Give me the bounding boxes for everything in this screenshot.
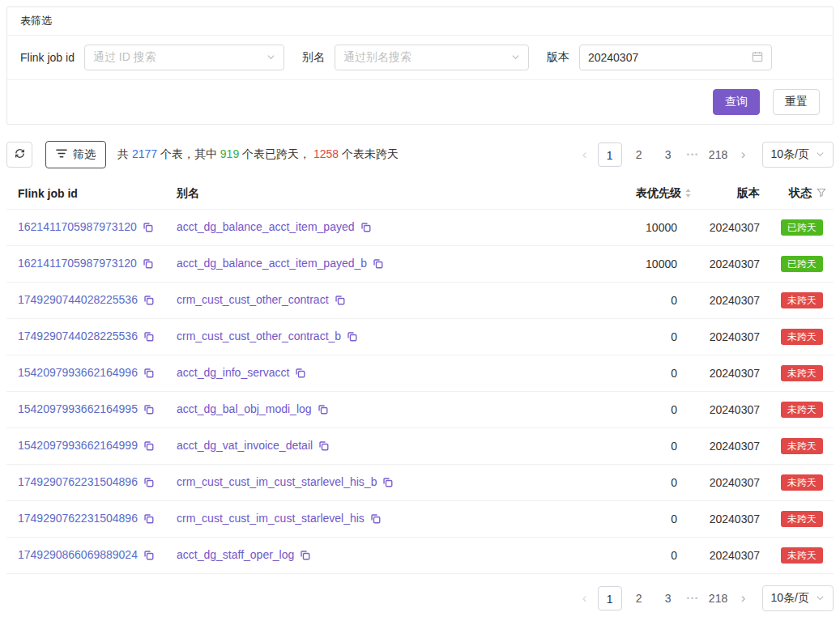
flink-job-id-link[interactable]: 1542097993662164995 <box>18 402 138 415</box>
copy-icon[interactable] <box>295 368 305 381</box>
filter-group-alias: 别名 通过别名搜索 <box>302 45 529 70</box>
flink-job-id-link[interactable]: 1542097993662164996 <box>18 366 138 379</box>
page-button-last[interactable]: 218 <box>706 586 731 610</box>
copy-icon[interactable] <box>143 513 154 526</box>
flink-job-id-link[interactable]: 1749290762231504896 <box>18 475 138 488</box>
status-badge: 已跨天 <box>781 219 823 236</box>
status-badge: 未跨天 <box>781 292 823 308</box>
page-button-3[interactable]: 3 <box>656 586 680 610</box>
copy-icon[interactable] <box>335 295 345 308</box>
header-flink-job-id: Flink job id <box>6 178 165 210</box>
table-toolbar: 筛选 共 2177 个表，其中 919 个表已跨天， 1258 个表未跨天 ‹ … <box>6 141 834 168</box>
table-header-row: Flink job id 别名 表优先级 版本 状态 <box>6 178 834 210</box>
flink-job-id-link[interactable]: 1621411705987973120 <box>18 220 137 233</box>
alias-link[interactable]: crm_cust_cust_other_contract <box>177 293 329 306</box>
table-body: 1621411705987973120 acct_dg_balance_acct… <box>6 210 834 574</box>
alias-select[interactable]: 通过别名搜索 <box>335 45 529 70</box>
header-alias: 别名 <box>165 178 509 210</box>
page-button-2[interactable]: 2 <box>627 586 651 610</box>
flink-job-id-link[interactable]: 1749290744028225536 <box>18 330 138 342</box>
flink-job-id-link[interactable]: 1621411705987973120 <box>18 257 137 270</box>
query-button[interactable]: 查询 <box>713 89 760 115</box>
copy-icon[interactable] <box>360 222 371 235</box>
copy-icon[interactable] <box>373 258 383 271</box>
flink-job-id-link[interactable]: 1749290744028225536 <box>18 293 138 306</box>
page-ellipsis[interactable]: ••• <box>683 151 704 159</box>
copy-icon[interactable] <box>318 404 328 417</box>
status-badge: 未跨天 <box>781 511 823 527</box>
copy-icon[interactable] <box>318 440 329 453</box>
version-value: 20240307 <box>692 428 760 465</box>
header-priority[interactable]: 表优先级 <box>509 178 692 210</box>
version-label: 版本 <box>547 50 569 65</box>
flink-job-id-link[interactable]: 1542097993662164999 <box>18 439 138 452</box>
page-size-value: 10条/页 <box>771 147 809 162</box>
status-badge: 未跨天 <box>781 547 823 564</box>
priority-value: 10000 <box>509 210 692 246</box>
page-button-2[interactable]: 2 <box>627 142 651 167</box>
copy-icon[interactable] <box>347 331 357 344</box>
flink-job-id-select[interactable]: 通过 ID 搜索 <box>84 45 284 70</box>
alias-link[interactable]: acct_dg_balance_acct_item_payed_b <box>177 257 367 270</box>
alias-link[interactable]: crm_cust_cust_other_contract_b <box>177 330 341 342</box>
chevron-down-icon <box>511 51 520 64</box>
header-status[interactable]: 状态 <box>760 178 834 210</box>
page-button-last[interactable]: 218 <box>706 142 731 167</box>
version-value: 20240307 <box>692 355 760 392</box>
priority-value: 0 <box>509 538 692 574</box>
copy-icon[interactable] <box>143 331 154 344</box>
page-ellipsis[interactable]: ••• <box>683 594 704 602</box>
next-page-button[interactable]: › <box>733 590 754 606</box>
page-size-select[interactable]: 10条/页 <box>762 142 834 168</box>
prev-page-button[interactable]: ‹ <box>574 147 595 163</box>
alias-link[interactable]: acct_dg_balance_acct_item_payed <box>177 220 355 233</box>
copy-icon[interactable] <box>370 513 381 526</box>
chevron-down-icon <box>816 148 825 161</box>
copy-icon[interactable] <box>143 477 154 490</box>
table-row: 1749290744028225536 crm_cust_cust_other_… <box>6 283 834 319</box>
copy-icon[interactable] <box>143 550 154 563</box>
status-badge: 未跨天 <box>781 329 823 345</box>
page-button-1[interactable]: 1 <box>598 142 622 167</box>
page-size-value: 10条/页 <box>771 591 809 606</box>
copy-icon[interactable] <box>143 295 154 308</box>
page-button-1[interactable]: 1 <box>598 586 622 610</box>
table-row: 1621411705987973120 acct_dg_balance_acct… <box>6 210 834 246</box>
priority-value: 0 <box>509 428 692 465</box>
copy-icon[interactable] <box>143 440 154 453</box>
next-page-button[interactable]: › <box>733 147 754 163</box>
copy-icon[interactable] <box>300 550 310 563</box>
page-button-3[interactable]: 3 <box>656 142 680 167</box>
version-value: 20240307 <box>692 465 760 501</box>
copy-icon[interactable] <box>143 258 153 271</box>
alias-link[interactable]: acct_dg_vat_invoice_detail <box>177 439 313 452</box>
priority-value: 0 <box>509 465 692 501</box>
priority-value: 0 <box>509 283 692 319</box>
copy-icon[interactable] <box>143 404 154 417</box>
table-row: 1542097993662164995 acct_dg_bal_obj_modi… <box>6 392 834 428</box>
copy-icon[interactable] <box>143 368 154 381</box>
copy-icon[interactable] <box>143 222 153 235</box>
reset-button[interactable]: 重置 <box>773 89 820 115</box>
status-badge: 未跨天 <box>781 402 823 418</box>
pagination-top: ‹ 1 2 3 ••• 218 › 10条/页 <box>574 142 834 168</box>
alias-link[interactable]: crm_cust_cust_im_cust_starlevel_his_b <box>177 475 377 488</box>
alias-link[interactable]: acct_dg_bal_obj_modi_log <box>177 402 312 415</box>
version-date-input[interactable]: 20240307 <box>579 45 772 70</box>
filter-toggle-button[interactable]: 筛选 <box>45 141 106 168</box>
priority-value: 10000 <box>509 246 692 283</box>
alias-label: 别名 <box>302 50 325 65</box>
refresh-button[interactable] <box>6 142 32 168</box>
alias-link[interactable]: crm_cust_cust_im_cust_starlevel_his <box>177 512 365 525</box>
chevron-down-icon <box>266 51 275 64</box>
alias-link[interactable]: acct_dg_info_servacct <box>177 366 289 379</box>
alias-link[interactable]: acct_dg_staff_oper_log <box>177 548 294 561</box>
filter-funnel-icon[interactable] <box>817 187 826 200</box>
sort-icon[interactable] <box>684 188 692 201</box>
page-size-select[interactable]: 10条/页 <box>762 585 834 611</box>
flink-job-id-link[interactable]: 1749290866069889024 <box>18 548 138 561</box>
prev-page-button[interactable]: ‹ <box>574 590 595 606</box>
flink-job-id-link[interactable]: 1749290762231504896 <box>18 512 138 525</box>
priority-value: 0 <box>509 319 692 355</box>
copy-icon[interactable] <box>382 477 393 490</box>
